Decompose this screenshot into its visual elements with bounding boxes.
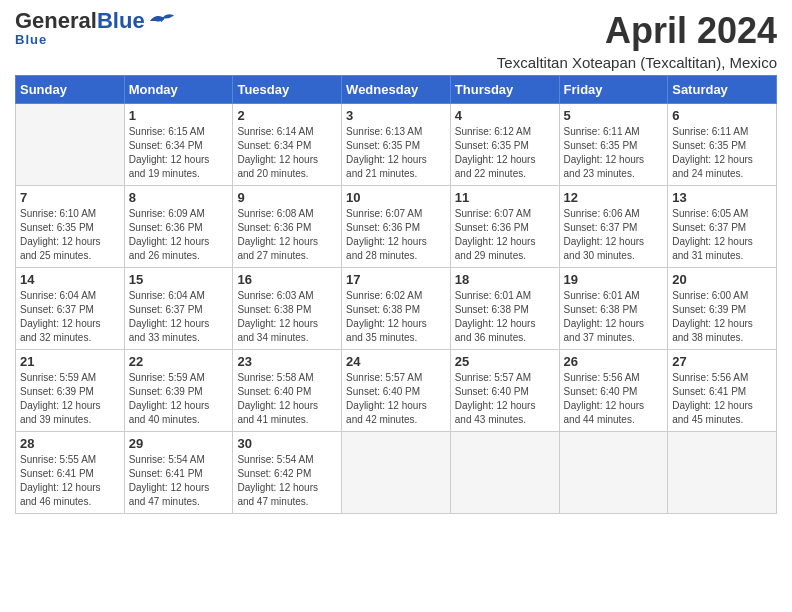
day-number: 10 [346,190,446,205]
calendar-cell: 16Sunrise: 6:03 AM Sunset: 6:38 PM Dayli… [233,268,342,350]
day-info: Sunrise: 6:15 AM Sunset: 6:34 PM Dayligh… [129,125,229,181]
day-number: 20 [672,272,772,287]
calendar-cell [668,432,777,514]
day-number: 3 [346,108,446,123]
calendar-cell: 4Sunrise: 6:12 AM Sunset: 6:35 PM Daylig… [450,104,559,186]
calendar-cell: 6Sunrise: 6:11 AM Sunset: 6:35 PM Daylig… [668,104,777,186]
day-number: 2 [237,108,337,123]
day-number: 6 [672,108,772,123]
day-number: 11 [455,190,555,205]
day-info: Sunrise: 6:07 AM Sunset: 6:36 PM Dayligh… [455,207,555,263]
calendar-cell: 14Sunrise: 6:04 AM Sunset: 6:37 PM Dayli… [16,268,125,350]
calendar-cell: 24Sunrise: 5:57 AM Sunset: 6:40 PM Dayli… [342,350,451,432]
calendar-cell: 26Sunrise: 5:56 AM Sunset: 6:40 PM Dayli… [559,350,668,432]
calendar-cell: 8Sunrise: 6:09 AM Sunset: 6:36 PM Daylig… [124,186,233,268]
weekday-header-friday: Friday [559,76,668,104]
title-block: April 2024 Texcaltitan Xoteapan (Texcalt… [497,10,777,71]
day-info: Sunrise: 6:02 AM Sunset: 6:38 PM Dayligh… [346,289,446,345]
calendar-cell: 12Sunrise: 6:06 AM Sunset: 6:37 PM Dayli… [559,186,668,268]
calendar-cell: 25Sunrise: 5:57 AM Sunset: 6:40 PM Dayli… [450,350,559,432]
weekday-header-tuesday: Tuesday [233,76,342,104]
day-info: Sunrise: 5:56 AM Sunset: 6:41 PM Dayligh… [672,371,772,427]
calendar-week-0: 1Sunrise: 6:15 AM Sunset: 6:34 PM Daylig… [16,104,777,186]
logo: GeneralBlue Blue [15,10,176,47]
calendar-cell: 17Sunrise: 6:02 AM Sunset: 6:38 PM Dayli… [342,268,451,350]
calendar-cell: 2Sunrise: 6:14 AM Sunset: 6:34 PM Daylig… [233,104,342,186]
calendar-cell: 11Sunrise: 6:07 AM Sunset: 6:36 PM Dayli… [450,186,559,268]
logo-bird-icon [148,11,176,31]
calendar-cell: 19Sunrise: 6:01 AM Sunset: 6:38 PM Dayli… [559,268,668,350]
month-title: April 2024 [497,10,777,52]
calendar-week-4: 28Sunrise: 5:55 AM Sunset: 6:41 PM Dayli… [16,432,777,514]
day-info: Sunrise: 5:57 AM Sunset: 6:40 PM Dayligh… [346,371,446,427]
day-info: Sunrise: 6:12 AM Sunset: 6:35 PM Dayligh… [455,125,555,181]
day-number: 7 [20,190,120,205]
day-info: Sunrise: 6:08 AM Sunset: 6:36 PM Dayligh… [237,207,337,263]
day-number: 24 [346,354,446,369]
day-number: 18 [455,272,555,287]
day-info: Sunrise: 6:13 AM Sunset: 6:35 PM Dayligh… [346,125,446,181]
day-info: Sunrise: 6:01 AM Sunset: 6:38 PM Dayligh… [455,289,555,345]
day-info: Sunrise: 6:11 AM Sunset: 6:35 PM Dayligh… [672,125,772,181]
calendar-cell: 29Sunrise: 5:54 AM Sunset: 6:41 PM Dayli… [124,432,233,514]
day-info: Sunrise: 6:01 AM Sunset: 6:38 PM Dayligh… [564,289,664,345]
calendar-cell: 20Sunrise: 6:00 AM Sunset: 6:39 PM Dayli… [668,268,777,350]
weekday-header-saturday: Saturday [668,76,777,104]
calendar-table: SundayMondayTuesdayWednesdayThursdayFrid… [15,75,777,514]
calendar-cell [342,432,451,514]
day-info: Sunrise: 5:59 AM Sunset: 6:39 PM Dayligh… [20,371,120,427]
day-number: 21 [20,354,120,369]
calendar-cell [559,432,668,514]
day-number: 5 [564,108,664,123]
calendar-cell: 13Sunrise: 6:05 AM Sunset: 6:37 PM Dayli… [668,186,777,268]
day-info: Sunrise: 6:04 AM Sunset: 6:37 PM Dayligh… [129,289,229,345]
day-number: 25 [455,354,555,369]
day-number: 22 [129,354,229,369]
day-number: 14 [20,272,120,287]
day-number: 28 [20,436,120,451]
logo-underline: Blue [15,32,47,47]
day-info: Sunrise: 5:54 AM Sunset: 6:42 PM Dayligh… [237,453,337,509]
calendar-header-row: SundayMondayTuesdayWednesdayThursdayFrid… [16,76,777,104]
calendar-cell [450,432,559,514]
day-info: Sunrise: 6:00 AM Sunset: 6:39 PM Dayligh… [672,289,772,345]
weekday-header-thursday: Thursday [450,76,559,104]
day-number: 13 [672,190,772,205]
page-header: GeneralBlue Blue April 2024 Texcaltitan … [15,10,777,71]
day-number: 4 [455,108,555,123]
weekday-header-sunday: Sunday [16,76,125,104]
day-info: Sunrise: 5:54 AM Sunset: 6:41 PM Dayligh… [129,453,229,509]
day-info: Sunrise: 6:11 AM Sunset: 6:35 PM Dayligh… [564,125,664,181]
day-info: Sunrise: 5:57 AM Sunset: 6:40 PM Dayligh… [455,371,555,427]
calendar-cell: 22Sunrise: 5:59 AM Sunset: 6:39 PM Dayli… [124,350,233,432]
day-info: Sunrise: 6:05 AM Sunset: 6:37 PM Dayligh… [672,207,772,263]
calendar-week-3: 21Sunrise: 5:59 AM Sunset: 6:39 PM Dayli… [16,350,777,432]
day-number: 9 [237,190,337,205]
calendar-week-1: 7Sunrise: 6:10 AM Sunset: 6:35 PM Daylig… [16,186,777,268]
day-number: 17 [346,272,446,287]
day-number: 15 [129,272,229,287]
calendar-cell: 18Sunrise: 6:01 AM Sunset: 6:38 PM Dayli… [450,268,559,350]
day-number: 16 [237,272,337,287]
day-info: Sunrise: 5:58 AM Sunset: 6:40 PM Dayligh… [237,371,337,427]
weekday-header-wednesday: Wednesday [342,76,451,104]
day-info: Sunrise: 6:03 AM Sunset: 6:38 PM Dayligh… [237,289,337,345]
calendar-cell: 23Sunrise: 5:58 AM Sunset: 6:40 PM Dayli… [233,350,342,432]
calendar-week-2: 14Sunrise: 6:04 AM Sunset: 6:37 PM Dayli… [16,268,777,350]
weekday-header-monday: Monday [124,76,233,104]
day-info: Sunrise: 6:07 AM Sunset: 6:36 PM Dayligh… [346,207,446,263]
location: Texcaltitan Xoteapan (Texcaltitan), Mexi… [497,54,777,71]
calendar-cell: 7Sunrise: 6:10 AM Sunset: 6:35 PM Daylig… [16,186,125,268]
day-number: 30 [237,436,337,451]
day-number: 19 [564,272,664,287]
calendar-cell: 27Sunrise: 5:56 AM Sunset: 6:41 PM Dayli… [668,350,777,432]
calendar-cell: 30Sunrise: 5:54 AM Sunset: 6:42 PM Dayli… [233,432,342,514]
day-number: 27 [672,354,772,369]
calendar-cell: 1Sunrise: 6:15 AM Sunset: 6:34 PM Daylig… [124,104,233,186]
day-number: 12 [564,190,664,205]
day-info: Sunrise: 5:59 AM Sunset: 6:39 PM Dayligh… [129,371,229,427]
day-number: 26 [564,354,664,369]
calendar-cell: 9Sunrise: 6:08 AM Sunset: 6:36 PM Daylig… [233,186,342,268]
day-number: 23 [237,354,337,369]
day-info: Sunrise: 6:09 AM Sunset: 6:36 PM Dayligh… [129,207,229,263]
